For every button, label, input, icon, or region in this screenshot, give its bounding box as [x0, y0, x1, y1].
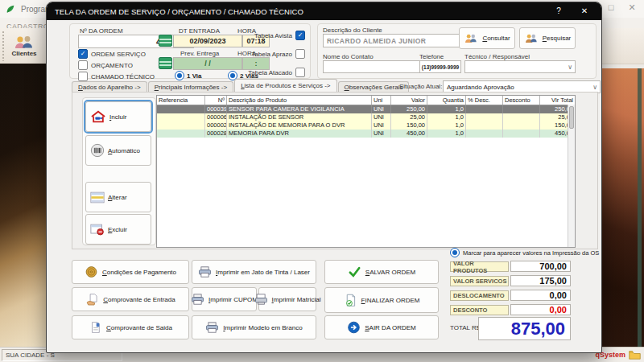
toolbar-clientes-button[interactable]: Clientes [7, 35, 41, 57]
column-header[interactable]: Descrição do Produto [227, 96, 372, 105]
imprimir-matricial-button[interactable]: Imprimir Matricial [258, 287, 316, 311]
table-cell: 000039 [205, 105, 227, 113]
imprimir-branco-label: Imprimir Modelo em Branco [223, 324, 302, 331]
automatico-button[interactable]: Automático [85, 135, 151, 166]
order-type-list: ✓ORDEM SERVIÇOORÇAMENTOCHAMADO TÉCNICO [78, 49, 155, 83]
totals-row-value: 700,00 [510, 261, 571, 272]
condicoes-pagamento-label: Condições de Pagamento [102, 269, 176, 276]
contact-name-field[interactable] [323, 60, 420, 73]
order-type-checkbox[interactable]: ✓ORDEM SERVIÇO [78, 49, 155, 59]
sair-ordem-label: SAIR DA ORDEM [365, 324, 416, 331]
table-cell [157, 121, 205, 130]
column-header[interactable]: Uni [372, 96, 391, 105]
printer-icon [205, 321, 219, 334]
sair-ordem-button[interactable]: SAIR DA ORDEM [324, 315, 439, 339]
dot-matrix-printer-icon [254, 293, 268, 306]
column-header[interactable]: Vlr Total [540, 96, 575, 105]
people-search-icon [524, 33, 539, 44]
table-row[interactable]: 000006INSTALAÇÃO DE SENSORUNI25,001,025,… [157, 113, 575, 121]
tab-label: Dados do Aparelho -> [78, 84, 141, 91]
table-cell [466, 113, 503, 121]
table-cell [466, 105, 503, 113]
price-table-checkbox[interactable]: Tabela Avista✓ [241, 31, 305, 40]
dialog-close-button[interactable]: ✕ [576, 5, 593, 18]
desktop-wallpaper-left [0, 64, 46, 348]
table-cell: 250,00 [391, 105, 427, 113]
price-table-checkbox[interactable]: Tabela Aprazo [241, 49, 305, 59]
column-header[interactable]: Nº [205, 96, 227, 105]
checkbox-icon: ✓ [78, 49, 88, 59]
alterar-button[interactable]: Alterar [85, 182, 151, 212]
column-header[interactable]: Valor [391, 96, 427, 105]
entry-date-label: DT ENTRADA [179, 27, 220, 35]
order-type-label: ORÇAMENTO [91, 62, 133, 69]
table-cell: 1,0 [427, 130, 466, 138]
table-cell [157, 130, 205, 138]
calendar-icon[interactable] [159, 57, 172, 69]
products-grid: ReferenciaNºDescrição do ProdutoUniValor… [156, 95, 576, 248]
checkbox-icon [78, 60, 88, 70]
imprimir-jato-label: Imprimir em Jato de Tinta / Laser [216, 269, 310, 276]
table-cell [157, 113, 205, 121]
check-icon [348, 265, 361, 278]
entry-date-field[interactable]: 02/09/2023 [173, 35, 242, 47]
total-label: TOTAL R$ [450, 324, 480, 331]
client-description-label: Descrição do Cliente [323, 27, 382, 34]
pesquisar-button[interactable]: Pesquisar [519, 27, 576, 49]
calendar-icon[interactable] [159, 35, 172, 47]
imprimir-jato-button[interactable]: Imprimir em Jato de Tinta / Laser [192, 260, 316, 284]
table-row[interactable]: 000028MEMORIA PARA DVRUNI450,001,0450,00 [157, 130, 575, 138]
table-row[interactable]: 000002INSTALAÇÃO DE MEMORIA PARA O DVRUN… [157, 121, 575, 130]
produtos-table-body: 000039SENSOR PARA CAMERA DE VIGILANCIAUN… [157, 105, 575, 138]
price-table-checkbox[interactable]: Tabela Atacado [241, 68, 305, 77]
comprovante-entrada-button[interactable]: Comprovante de Entrada [72, 287, 189, 311]
scrollbar-thumb[interactable] [569, 106, 574, 129]
column-header[interactable]: Desconto [503, 96, 540, 105]
document-check-icon [344, 294, 357, 307]
tab-strip: Dados do Aparelho ->Principais Informaçõ… [72, 80, 410, 92]
print-values-option[interactable]: Marcar para aparecer valores na Impressã… [450, 248, 599, 257]
totals-row-value: 0,00 [510, 290, 571, 301]
column-header[interactable]: Referencia [157, 96, 205, 105]
print-values-label: Marcar para aparecer valores na Impressã… [463, 249, 599, 257]
client-description-field[interactable]: RICARDO ALMEIDA JUNIOR [323, 34, 464, 47]
automatico-label: Automático [108, 147, 140, 154]
main-restore-button[interactable]: □ [604, 2, 618, 12]
app-icon [5, 3, 16, 14]
tab-0[interactable]: Dados do Aparelho -> [72, 81, 147, 92]
phone-field[interactable]: (13)99999-9999 [419, 60, 461, 73]
consultar-button[interactable]: Consultar [459, 27, 515, 49]
tab-label: Principais Informações -> [155, 84, 228, 91]
tab-2[interactable]: Lista de Produtos e Serviços -> [234, 79, 336, 92]
alterar-label: Alterar [108, 194, 127, 201]
table-cell: MEMORIA PARA DVR [227, 130, 372, 138]
excluir-button[interactable]: Excluir [85, 214, 151, 245]
finalizar-ordem-button[interactable]: FINALIZAR ORDEM [324, 287, 439, 313]
delete-icon [90, 224, 105, 236]
column-header[interactable]: Quantia [427, 96, 466, 105]
folder-icon[interactable] [629, 350, 641, 360]
main-close-button[interactable]: ✕ [625, 2, 639, 13]
comprovante-saida-button[interactable]: Comprovante de Saida [72, 315, 189, 339]
table-cell: SENSOR PARA CAMERA DE VIGILANCIA [227, 105, 372, 113]
dialog-help-button[interactable]: ? [550, 5, 568, 18]
delivery-date-label: Prev. Entrega [180, 50, 219, 57]
exit-arrow-icon [347, 321, 361, 334]
table-cell [466, 121, 503, 130]
grid-header-row: ReferenciaNºDescrição do ProdutoUniValor… [157, 96, 575, 105]
tab-1[interactable]: Principais Informações -> [148, 81, 234, 92]
imprimir-branco-button[interactable]: Imprimir Modelo em Branco [192, 315, 316, 339]
condicoes-pagamento-button[interactable]: Condições de Pagamento [72, 260, 189, 284]
order-type-checkbox[interactable]: ORÇAMENTO [78, 60, 155, 70]
totals-row-label: VALOR SERVICOS [450, 276, 509, 286]
incluir-button[interactable]: Incluir [85, 101, 151, 132]
edit-grid-icon [90, 191, 105, 204]
salvar-ordem-button[interactable]: SALVAR ORDEM [324, 260, 439, 284]
technician-combobox[interactable]: ∨ [464, 60, 576, 73]
imprimir-cupom-button[interactable]: Imprimir CUPOM [192, 287, 257, 311]
table-row[interactable]: 000039SENSOR PARA CAMERA DE VIGILANCIAUN… [157, 105, 575, 113]
delivery-date-field[interactable]: / / [173, 57, 242, 70]
grid-scrollbar[interactable] [568, 105, 575, 247]
column-header[interactable]: % Desc. [466, 96, 503, 105]
excluir-label: Excluir [108, 226, 127, 233]
